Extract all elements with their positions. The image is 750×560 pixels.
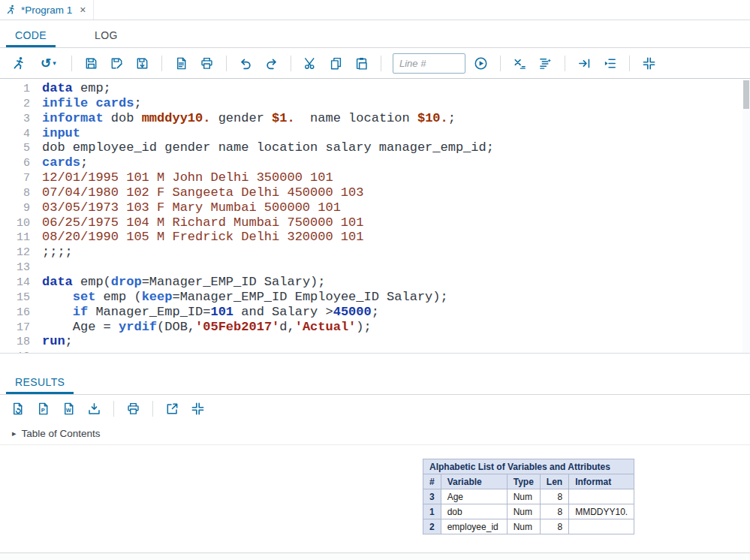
table-cell: Num [507, 504, 540, 519]
svg-text:P: P [41, 407, 45, 414]
document-button[interactable] [171, 53, 191, 74]
table-cell: Num [507, 489, 540, 504]
program-icon [6, 5, 17, 15]
toolbar-separator [152, 401, 153, 417]
line-number: 2 [0, 97, 30, 112]
code-line[interactable]: 13 [0, 260, 750, 275]
sas-studio-app: *Program 1 × CODE LOG ↺ ▾ [0, 0, 750, 560]
save-as-icon [110, 56, 124, 71]
close-tab-icon[interactable]: × [80, 5, 86, 15]
code-log-tabbar: CODE LOG [0, 20, 750, 48]
indent-list-icon [603, 56, 617, 71]
collapse-view-button[interactable] [639, 53, 659, 74]
code-line[interactable]: 1108/20/1990 105 M Fredrick Delhi 320000… [0, 230, 750, 245]
code-line[interactable]: 1006/25/1975 104 M Richard Mumbai 750000… [0, 215, 750, 230]
word-page-icon: W [62, 402, 76, 416]
table-title: Alphabetic List of Variables and Attribu… [423, 459, 634, 474]
code-line[interactable]: 5dob employee_id gender name location sa… [0, 140, 750, 155]
code-line[interactable]: 903/05/1973 103 F Mary Mumbai 500000 101 [0, 200, 750, 215]
clear-code-button[interactable] [510, 53, 530, 74]
format-code-button[interactable] [535, 53, 556, 74]
code-line[interactable]: 712/01/1995 101 M John Delhi 350000 101 [0, 170, 750, 185]
variables-table: Alphabetic List of Variables and Attribu… [423, 459, 634, 534]
code-line[interactable]: 6cards; [0, 155, 750, 170]
clear-code-icon [513, 56, 527, 71]
run-button[interactable] [9, 53, 29, 74]
line-number: 15 [0, 291, 30, 306]
code-line[interactable]: 4input [0, 126, 750, 141]
program-tab[interactable]: *Program 1 × [0, 0, 94, 20]
svg-text:W: W [66, 408, 71, 414]
code-toolbar: ↺ ▾ [0, 48, 750, 79]
format-code-icon [538, 56, 553, 71]
column-header: Informat [569, 474, 634, 489]
code-line[interactable]: 2infile cards; [0, 96, 750, 111]
print-results-button[interactable] [123, 399, 143, 419]
download-pdf-button[interactable]: P [33, 399, 53, 419]
table-cell: 2 [423, 519, 441, 534]
line-number: 5 [0, 141, 30, 156]
download-results-button[interactable] [84, 399, 104, 419]
go-to-line-button[interactable] [471, 53, 491, 74]
cut-button[interactable] [300, 53, 321, 74]
redo-button[interactable] [261, 53, 282, 74]
submission-history-button[interactable]: ↺ ▾ [35, 53, 62, 74]
scrollbar-thumb[interactable] [743, 80, 749, 109]
code-line[interactable]: 16 if Manager_Emp_ID=101 and Salary >450… [0, 305, 750, 320]
tab-log[interactable]: LOG [86, 23, 127, 47]
code-line[interactable]: 14data emp(drop=Manager_EMP_ID Salary); [0, 275, 750, 290]
code-line[interactable]: 12;;;; [0, 245, 750, 260]
download-program-button[interactable] [132, 53, 152, 74]
line-number: 14 [0, 275, 30, 291]
toolbar-separator [565, 56, 565, 71]
copy-icon [329, 56, 343, 71]
toolbar-separator [500, 56, 501, 71]
table-row: 2employee_idNum8 [423, 519, 634, 534]
collapse-results-button[interactable] [188, 399, 208, 419]
code-editor[interactable]: 1data emp;2infile cards;3informat dob mm… [0, 79, 750, 354]
arrow-to-bar-button[interactable] [574, 53, 595, 74]
results-tabbar: RESULTS [0, 366, 750, 395]
code-line[interactable]: 15 set emp (keep=Manager_EMP_ID Employee… [0, 290, 750, 305]
code-line[interactable]: 17 Age = yrdif(DOB,'05Feb2017'd,'Actual'… [0, 320, 750, 335]
table-cell: Num [507, 519, 540, 534]
code-line[interactable]: 1data emp; [0, 81, 750, 96]
tab-results[interactable]: RESULTS [6, 369, 74, 394]
save-button[interactable] [81, 53, 101, 74]
code-line[interactable]: 807/04/1980 102 F Sangeeta Delhi 450000 … [0, 185, 750, 200]
paste-icon [354, 56, 369, 71]
undo-icon [239, 56, 253, 71]
line-number: 16 [0, 306, 30, 321]
scissors-icon [303, 56, 318, 71]
tab-code[interactable]: CODE [6, 23, 56, 47]
page-refresh-icon [11, 402, 25, 416]
table-cell: 8 [540, 504, 568, 519]
column-header: Variable [441, 474, 507, 489]
line-number: 18 [0, 335, 30, 350]
code-line[interactable]: 18run; [0, 334, 750, 349]
refresh-results-button[interactable] [8, 399, 28, 419]
printer-icon [126, 402, 140, 416]
line-number-input[interactable] [393, 53, 465, 74]
code-line[interactable]: 3informat dob mmddyy10. gender $1. name … [0, 111, 750, 126]
toc-toggle[interactable]: ▸ Table of Contents [0, 422, 750, 444]
table-cell [569, 489, 634, 504]
download-word-button[interactable]: W [59, 399, 79, 419]
undo-button[interactable] [236, 53, 256, 74]
paste-button[interactable] [351, 53, 372, 74]
toolbar-separator [629, 56, 630, 71]
open-new-window-button[interactable] [162, 399, 182, 419]
pdf-page-icon: P [36, 402, 50, 416]
editor-scrollbar[interactable] [742, 79, 750, 353]
caret-down-icon: ▾ [53, 60, 56, 67]
print-button[interactable] [197, 53, 217, 74]
line-number: 10 [0, 216, 30, 231]
copy-button[interactable] [326, 53, 346, 74]
indent-list-button[interactable] [600, 53, 620, 74]
column-header: # [423, 474, 441, 489]
code-line[interactable]: 19 [0, 349, 750, 354]
save-as-button[interactable] [107, 53, 127, 74]
line-number: 9 [0, 201, 30, 216]
panel-splitter[interactable] [0, 354, 750, 366]
table-row: 1dobNum8MMDDYY10. [423, 504, 634, 519]
